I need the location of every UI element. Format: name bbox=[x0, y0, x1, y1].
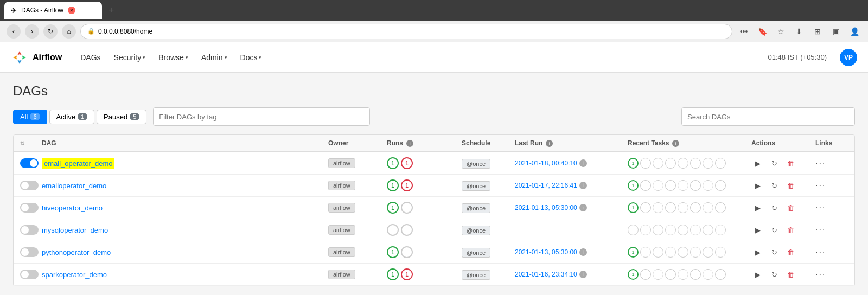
search-dags-input[interactable] bbox=[681, 107, 855, 126]
tab-paused[interactable]: Paused 5 bbox=[97, 110, 146, 124]
back-button[interactable]: ‹ bbox=[7, 24, 21, 39]
toggle-pythonoperator_demo[interactable] bbox=[20, 247, 39, 257]
delete-dag-button[interactable]: 🗑 bbox=[784, 246, 797, 259]
delete-dag-button[interactable]: 🗑 bbox=[784, 179, 797, 192]
profile-icon[interactable]: 👤 bbox=[847, 24, 861, 39]
star-icon[interactable]: ☆ bbox=[774, 24, 788, 39]
more-links-button[interactable]: ··· bbox=[815, 270, 826, 279]
dag-name-mysqloperator_demo[interactable]: mysqloperator_demo bbox=[42, 226, 324, 234]
run-failed-circle[interactable]: 1 bbox=[401, 268, 413, 280]
dag-name-hiveoperator_demo[interactable]: hiveoperator_demo bbox=[42, 204, 324, 212]
nav-item-browse[interactable]: Browse ▾ bbox=[153, 50, 194, 65]
nav-item-security[interactable]: Security ▾ bbox=[108, 50, 151, 65]
dag-name-email_operator_demo[interactable]: email_operator_demo bbox=[42, 159, 324, 168]
owner-sparkoperator_demo: airflow bbox=[328, 270, 382, 279]
last-run-info-icon[interactable]: i bbox=[579, 248, 587, 256]
more-links-button[interactable]: ··· bbox=[815, 203, 826, 212]
address-bar[interactable]: 🔒 0.0.0.0:8080/home bbox=[80, 24, 732, 39]
run-success-circle[interactable]: 1 bbox=[387, 179, 399, 191]
run-success-circle[interactable] bbox=[387, 224, 399, 236]
sidebar-icon[interactable]: ▣ bbox=[829, 24, 843, 39]
delete-dag-button[interactable]: 🗑 bbox=[784, 201, 797, 214]
delete-dag-button[interactable]: 🗑 bbox=[784, 268, 797, 281]
app-logo[interactable]: Airflow bbox=[11, 49, 62, 66]
run-failed-circle[interactable] bbox=[401, 202, 413, 214]
more-options-icon[interactable]: ••• bbox=[737, 24, 751, 39]
download-icon[interactable]: ⬇ bbox=[792, 24, 806, 39]
tab-title: DAGs - Airflow bbox=[21, 7, 63, 14]
more-links-button[interactable]: ··· bbox=[815, 225, 826, 234]
bookmark-icon[interactable]: 🔖 bbox=[755, 24, 769, 39]
refresh-dag-button[interactable]: ↻ bbox=[768, 201, 781, 214]
nav-item-dags[interactable]: DAGs bbox=[75, 50, 106, 65]
run-failed-circle[interactable]: 1 bbox=[401, 179, 413, 191]
dag-name-emailoperator_demo[interactable]: emailoperator_demo bbox=[42, 182, 324, 190]
task-circle bbox=[703, 247, 713, 258]
more-links-button[interactable]: ··· bbox=[815, 247, 826, 256]
trigger-dag-button[interactable]: ▶ bbox=[751, 223, 764, 236]
last-run-info-icon[interactable]: i bbox=[579, 182, 587, 189]
toggle-email_operator_demo[interactable] bbox=[20, 158, 39, 168]
run-success-circle[interactable]: 1 bbox=[387, 268, 399, 280]
delete-dag-button[interactable]: 🗑 bbox=[784, 157, 797, 170]
toggle-emailoperator_demo[interactable] bbox=[20, 181, 39, 190]
trigger-dag-button[interactable]: ▶ bbox=[751, 157, 764, 170]
nav-avatar[interactable]: VP bbox=[840, 49, 857, 66]
run-success-circle[interactable]: 1 bbox=[387, 157, 399, 169]
last-run-sparkoperator_demo[interactable]: 2021-01-16, 23:34:10i bbox=[515, 271, 623, 278]
schedule-mysqloperator_demo: @once bbox=[462, 226, 510, 234]
run-failed-circle[interactable] bbox=[401, 224, 413, 236]
col-dag[interactable]: DAG bbox=[42, 139, 324, 147]
dag-name-pythonoperator_demo[interactable]: pythonoperator_demo bbox=[42, 248, 324, 256]
task-circle bbox=[678, 225, 688, 235]
nav-item-docs[interactable]: Docs ▾ bbox=[235, 50, 267, 65]
last-run-info-icon[interactable]: i bbox=[546, 140, 553, 147]
nav-item-admin[interactable]: Admin ▾ bbox=[196, 50, 233, 65]
trigger-dag-button[interactable]: ▶ bbox=[751, 268, 764, 281]
run-failed-circle[interactable]: 1 bbox=[401, 157, 413, 169]
tab-active[interactable]: Active 1 bbox=[49, 110, 95, 124]
run-failed-circle[interactable] bbox=[401, 246, 413, 258]
browser-tab[interactable]: ✈ DAGs - Airflow ✕ bbox=[4, 2, 102, 19]
extensions-icon[interactable]: ⊞ bbox=[810, 24, 825, 39]
nav-time: 01:48 IST (+05:30) bbox=[768, 53, 827, 61]
run-success-circle[interactable]: 1 bbox=[387, 202, 399, 214]
new-tab-button[interactable]: + bbox=[106, 5, 117, 16]
tab-all[interactable]: All 6 bbox=[13, 110, 47, 124]
refresh-dag-button[interactable]: ↻ bbox=[768, 157, 781, 170]
refresh-dag-button[interactable]: ↻ bbox=[768, 223, 781, 236]
refresh-dag-button[interactable]: ↻ bbox=[768, 268, 781, 281]
trigger-dag-button[interactable]: ▶ bbox=[751, 179, 764, 192]
toggle-mysqloperator_demo[interactable] bbox=[20, 225, 39, 235]
last-run-hiveoperator_demo[interactable]: 2021-01-13, 05:30:00i bbox=[515, 204, 623, 211]
last-run-emailoperator_demo[interactable]: 2021-01-17, 22:16:41i bbox=[515, 182, 623, 189]
last-run-info-icon[interactable]: i bbox=[579, 204, 587, 211]
home-button[interactable]: ⌂ bbox=[62, 24, 76, 39]
recent-tasks-info-icon[interactable]: i bbox=[672, 140, 679, 147]
refresh-dag-button[interactable]: ↻ bbox=[768, 246, 781, 259]
last-run-info-icon[interactable]: i bbox=[579, 271, 587, 278]
task-circle bbox=[640, 158, 651, 169]
forward-button[interactable]: › bbox=[25, 24, 39, 39]
browser-chrome: ✈ DAGs - Airflow ✕ + bbox=[0, 0, 868, 21]
run-success-circle[interactable]: 1 bbox=[387, 246, 399, 258]
refresh-nav-button[interactable]: ↻ bbox=[43, 24, 58, 39]
runs-info-icon[interactable]: i bbox=[406, 140, 413, 147]
owner-emailoperator_demo: airflow bbox=[328, 181, 382, 190]
tab-close-button[interactable]: ✕ bbox=[68, 7, 75, 14]
toggle-hiveoperator_demo[interactable] bbox=[20, 203, 39, 213]
sort-icon: ⇅ bbox=[20, 140, 24, 146]
task-circle bbox=[653, 247, 663, 258]
last-run-email_operator_demo[interactable]: 2021-01-18, 00:40:10i bbox=[515, 159, 623, 167]
refresh-dag-button[interactable]: ↻ bbox=[768, 179, 781, 192]
trigger-dag-button[interactable]: ▶ bbox=[751, 246, 764, 259]
trigger-dag-button[interactable]: ▶ bbox=[751, 201, 764, 214]
more-links-button[interactable]: ··· bbox=[815, 181, 826, 190]
filter-tag-input[interactable] bbox=[153, 107, 370, 126]
last-run-info-icon[interactable]: i bbox=[579, 159, 587, 167]
dag-name-sparkoperator_demo[interactable]: sparkoperator_demo bbox=[42, 271, 324, 279]
more-links-button[interactable]: ··· bbox=[815, 158, 826, 168]
delete-dag-button[interactable]: 🗑 bbox=[784, 223, 797, 236]
toggle-sparkoperator_demo[interactable] bbox=[20, 270, 39, 279]
last-run-pythonoperator_demo[interactable]: 2021-01-13, 05:30:00i bbox=[515, 248, 623, 256]
